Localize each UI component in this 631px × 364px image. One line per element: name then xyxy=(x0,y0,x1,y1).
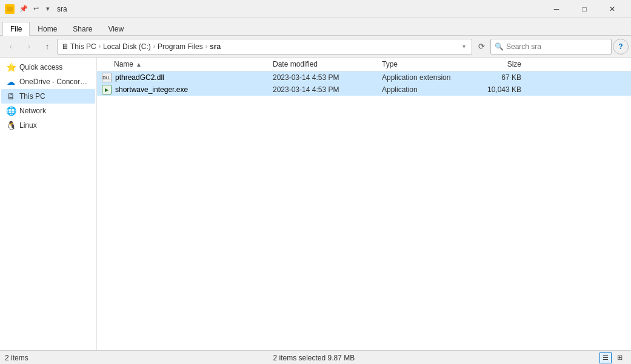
sidebar-item-linux[interactable]: 🐧 Linux xyxy=(1,118,95,133)
large-icons-button[interactable]: ⊞ xyxy=(614,352,626,363)
folder-icon xyxy=(5,4,15,14)
this-pc-sidebar-icon: 🖥 xyxy=(6,91,16,101)
sort-name-button[interactable]: Name ▲ xyxy=(114,60,142,68)
close-button[interactable]: ✕ xyxy=(598,0,626,18)
dropdown-icon[interactable]: ▾ xyxy=(42,4,53,15)
file-area: Name ▲ Date modified Type Size DLL pthre… xyxy=(97,58,631,350)
view-controls: ☰ ⊞ xyxy=(599,352,626,363)
title-bar-left: 📌 ↩ ▾ sra xyxy=(5,4,67,15)
address-bar[interactable]: 🖥 This PC › Local Disk (C:) › Program Fi… xyxy=(57,39,472,55)
search-bar[interactable]: 🔍 xyxy=(490,39,612,55)
path-program-files: Program Files xyxy=(158,42,203,51)
table-row[interactable]: DLL pthreadGC2.dll 2023-03-14 4:53 PM Ap… xyxy=(97,71,631,84)
file-date-1: 2023-03-14 4:53 PM xyxy=(273,73,382,82)
undo-icon: ↩ xyxy=(30,4,41,15)
address-dropdown-icon[interactable]: ▾ xyxy=(460,43,468,50)
ribbon-tabs: File Home Share View xyxy=(0,18,631,35)
title-bar: 📌 ↩ ▾ sra ─ □ ✕ xyxy=(0,0,631,18)
path-sep-3: › xyxy=(205,43,207,50)
item-count: 2 items xyxy=(5,354,28,362)
sidebar-item-quick-access[interactable]: ⭐ Quick access xyxy=(1,60,95,74)
status-bar: 2 items 2 items selected 9.87 MB ☰ ⊞ xyxy=(0,350,631,364)
maximize-button[interactable]: □ xyxy=(570,0,598,18)
path-local-disk: Local Disk (C:) xyxy=(103,42,151,51)
up-button[interactable]: ↑ xyxy=(39,39,56,55)
window-title: sra xyxy=(57,5,67,13)
onedrive-icon: ☁ xyxy=(6,77,16,87)
tab-home[interactable]: Home xyxy=(30,22,65,36)
sidebar: ⭐ Quick access ☁ OneDrive - Concordi... … xyxy=(0,58,97,350)
quick-access-icon: ⭐ xyxy=(6,62,16,72)
path-this-pc: 🖥 This PC xyxy=(61,42,96,51)
forward-button[interactable]: › xyxy=(21,39,38,55)
quick-access-icons: 📌 ↩ ▾ xyxy=(18,4,53,15)
refresh-button[interactable]: ⟳ xyxy=(473,39,489,55)
ribbon: File Home Share View xyxy=(0,18,631,36)
file-size-2: 10,043 KB xyxy=(479,85,533,94)
linux-icon: 🐧 xyxy=(6,121,16,130)
details-view-button[interactable]: ☰ xyxy=(599,352,612,363)
path-sep-2: › xyxy=(153,43,155,50)
file-size-1: 67 KB xyxy=(479,73,533,82)
table-row[interactable]: ▶ shortwave_integer.exe 2023-03-14 4:53 … xyxy=(97,84,631,96)
sidebar-item-onedrive[interactable]: ☁ OneDrive - Concordi... xyxy=(1,74,95,89)
header-size[interactable]: Size xyxy=(479,60,533,68)
path-folder: sra xyxy=(210,42,221,51)
exe-icon: ▶ xyxy=(102,85,112,94)
header-name[interactable]: Name ▲ xyxy=(97,60,273,68)
file-type-1: Application extension xyxy=(382,73,479,82)
help-button[interactable]: ? xyxy=(613,39,629,55)
title-bar-controls: ─ □ ✕ xyxy=(543,0,626,18)
sort-arrow-name: ▲ xyxy=(136,61,142,68)
back-button[interactable]: ‹ xyxy=(2,39,19,55)
sidebar-item-network[interactable]: 🌐 Network xyxy=(1,104,95,118)
sidebar-label-network: Network xyxy=(19,107,46,115)
sidebar-label-linux: Linux xyxy=(19,121,37,130)
pin-icon: 📌 xyxy=(18,4,29,15)
minimize-button[interactable]: ─ xyxy=(543,0,570,18)
file-date-2: 2023-03-14 4:53 PM xyxy=(273,85,382,94)
file-type-2: Application xyxy=(382,85,479,94)
header-date[interactable]: Date modified xyxy=(273,60,382,68)
sidebar-label-this-pc: This PC xyxy=(19,92,45,101)
sidebar-label-onedrive: OneDrive - Concordi... xyxy=(19,78,89,86)
this-pc-icon: 🖥 xyxy=(61,42,68,51)
file-name-2: ▶ shortwave_integer.exe xyxy=(97,85,273,94)
file-name-1: DLL pthreadGC2.dll xyxy=(97,73,273,82)
selected-info: 2 items selected 9.87 MB xyxy=(273,354,355,362)
sidebar-item-this-pc[interactable]: 🖥 This PC xyxy=(1,89,95,104)
path-sep-1: › xyxy=(99,43,101,50)
tab-share[interactable]: Share xyxy=(65,22,100,36)
file-list-header: Name ▲ Date modified Type Size xyxy=(97,58,631,71)
address-bar-path: 🖥 This PC › Local Disk (C:) › Program Fi… xyxy=(61,42,460,51)
tab-view[interactable]: View xyxy=(100,22,132,36)
tab-file[interactable]: File xyxy=(2,22,30,36)
toolbar: ‹ › ↑ 🖥 This PC › Local Disk (C:) › Prog… xyxy=(0,36,631,58)
dll-icon: DLL xyxy=(102,73,112,82)
header-type[interactable]: Type xyxy=(382,60,479,68)
search-icon: 🔍 xyxy=(495,42,504,51)
search-input[interactable] xyxy=(506,42,607,51)
main-container: ⭐ Quick access ☁ OneDrive - Concordi... … xyxy=(0,58,631,350)
network-icon: 🌐 xyxy=(6,106,16,116)
sidebar-label-quick-access: Quick access xyxy=(19,63,62,71)
